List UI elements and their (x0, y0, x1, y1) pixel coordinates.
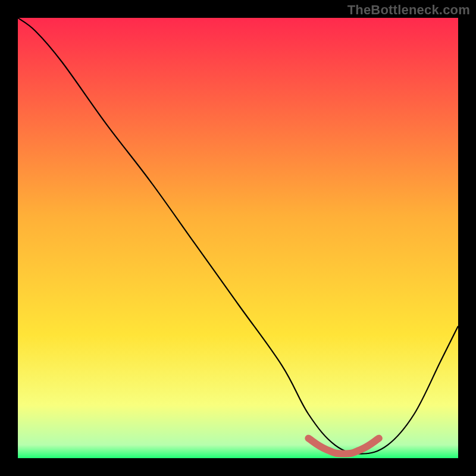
plot-area (18, 18, 458, 458)
watermark-text: TheBottleneck.com (347, 2, 470, 18)
chart-container: TheBottleneck.com (0, 0, 476, 476)
gradient-background (18, 18, 458, 458)
